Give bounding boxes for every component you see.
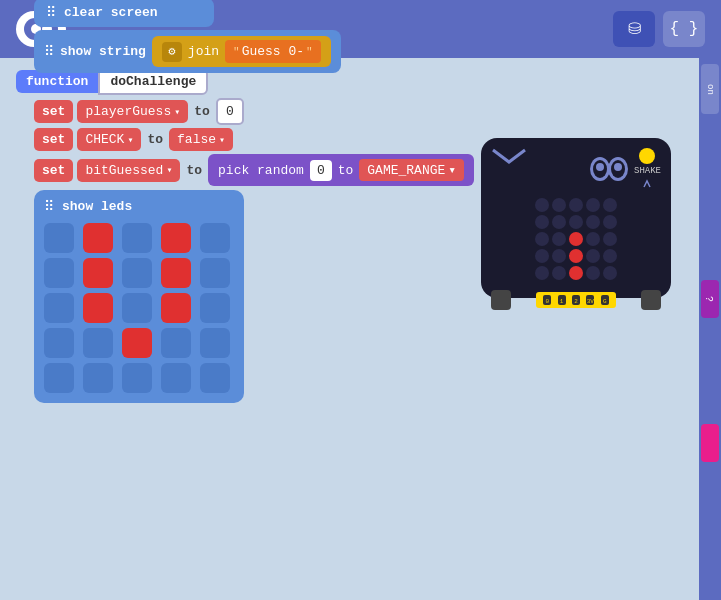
m-led-3-4	[603, 249, 617, 263]
false-label: false	[177, 132, 216, 147]
led-3-2[interactable]	[122, 328, 152, 358]
led-2-2[interactable]	[122, 293, 152, 323]
m-led-1-3	[586, 215, 600, 229]
m-led-4-3	[586, 266, 600, 280]
puzzle-button[interactable]: ⛁	[613, 11, 655, 47]
conn-pin-2: 2	[572, 295, 580, 305]
code-button[interactable]: { }	[663, 11, 705, 47]
clear-screen-label: clear screen	[64, 5, 158, 20]
check-value[interactable]: false ▾	[169, 128, 233, 151]
microbit-center: 0 1 2 3V G	[511, 292, 641, 308]
set-keyword-1: set	[34, 100, 73, 123]
function-do-challenge: function doChallenge set playerGuess ▾ t…	[16, 68, 474, 407]
m-led-0-3	[586, 198, 600, 212]
led-1-1[interactable]	[83, 258, 113, 288]
clear-screen-block[interactable]: ⠿ clear screen	[34, 0, 214, 27]
m-led-3-3	[586, 249, 600, 263]
conn-pin-1: 1	[558, 295, 566, 305]
led-3-4[interactable]	[200, 328, 230, 358]
string-value[interactable]: " Guess 0- "	[225, 40, 321, 63]
right-panel-pink-tab[interactable]	[701, 424, 719, 462]
microbit-led-area	[491, 198, 661, 280]
led-1-4[interactable]	[200, 258, 230, 288]
bit-guessed-arrow: ▾	[166, 164, 172, 176]
led-2-0[interactable]	[44, 293, 74, 323]
close-quote: "	[306, 46, 313, 58]
m-led-2-0	[535, 232, 549, 246]
canvas-area: function doChallenge set playerGuess ▾ t…	[0, 58, 721, 86]
led-0-3[interactable]	[161, 223, 191, 253]
led-2-1[interactable]	[83, 293, 113, 323]
clear-screen-grid-icon: ⠿	[46, 4, 56, 21]
microbit-connector: 0 1 2 3V G	[536, 292, 616, 308]
m-led-4-4	[603, 266, 617, 280]
microbit-button-b[interactable]	[641, 290, 661, 310]
led-3-3[interactable]	[161, 328, 191, 358]
show-leds-header: ⠿ show leds	[44, 198, 234, 215]
microbit-bottom: 0 1 2 3V G	[491, 290, 661, 310]
m-led-0-4	[603, 198, 617, 212]
m-led-2-1	[552, 232, 566, 246]
led-4-2[interactable]	[122, 363, 152, 393]
m-led-4-1	[552, 266, 566, 280]
game-range-var[interactable]: GAME_RANGE ▾	[359, 159, 464, 181]
game-range-arrow: ▾	[448, 162, 456, 178]
led-1-3[interactable]	[161, 258, 191, 288]
led-4-3[interactable]	[161, 363, 191, 393]
led-grid	[44, 223, 234, 393]
led-0-4[interactable]	[200, 223, 230, 253]
check-var[interactable]: CHECK ▾	[77, 128, 141, 151]
join-icon: ⚙	[162, 42, 182, 62]
header-buttons: ⛁ { }	[613, 11, 705, 47]
pick-from-value[interactable]: 0	[310, 160, 332, 181]
led-4-1[interactable]	[83, 363, 113, 393]
set-player-guess-block: set playerGuess ▾ to 0	[34, 98, 474, 125]
led-2-3[interactable]	[161, 293, 191, 323]
set-keyword-2: set	[34, 128, 73, 151]
led-0-0[interactable]	[44, 223, 74, 253]
function-show-message: function showMessage ⠿ clear screen ⠿ sh…	[16, 0, 341, 76]
right-panel-question: ?	[701, 280, 716, 318]
led-3-0[interactable]	[44, 328, 74, 358]
bit-guessed-var[interactable]: bitGuessed ▾	[77, 159, 180, 182]
set-check-block: set CHECK ▾ to false ▾	[34, 128, 474, 151]
guess-string: Guess 0-	[242, 44, 304, 59]
right-panel-purple-tab[interactable]: ?	[701, 280, 719, 318]
led-0-1[interactable]	[83, 223, 113, 253]
right-panel-on-tab[interactable]: on	[701, 64, 719, 114]
m-led-2-2	[569, 232, 583, 246]
conn-pin-3v: 3V	[586, 295, 594, 305]
led-1-2[interactable]	[122, 258, 152, 288]
set-keyword-3: set	[34, 159, 73, 182]
pick-to-label: to	[338, 163, 354, 178]
led-4-4[interactable]	[200, 363, 230, 393]
game-range-label: GAME_RANGE	[367, 163, 445, 178]
svg-point-4	[596, 163, 604, 171]
shake-icon	[641, 178, 653, 190]
led-1-0[interactable]	[44, 258, 74, 288]
m-led-0-2	[569, 198, 583, 212]
conn-pin-0: 0	[543, 295, 551, 305]
m-led-1-4	[603, 215, 617, 229]
m-led-1-0	[535, 215, 549, 229]
microbit-button-a[interactable]	[491, 290, 511, 310]
shake-area: SHAKE	[634, 148, 661, 190]
m-led-2-3	[586, 232, 600, 246]
join-label: join	[188, 44, 219, 59]
grid-icon: ⠿	[44, 198, 54, 215]
led-3-1[interactable]	[83, 328, 113, 358]
pick-random-label: pick random	[218, 163, 304, 178]
show-leds-block[interactable]: ⠿ show leds	[34, 190, 244, 403]
player-guess-value[interactable]: 0	[216, 98, 244, 125]
led-4-0[interactable]	[44, 363, 74, 393]
led-2-4[interactable]	[200, 293, 230, 323]
shake-label: SHAKE	[634, 166, 661, 176]
led-0-2[interactable]	[122, 223, 152, 253]
m-led-4-2	[569, 266, 583, 280]
microbit-top: SHAKE	[491, 148, 661, 190]
shake-button[interactable]	[639, 148, 655, 164]
show-string-block[interactable]: ⠿ show string ⚙ join " Guess 0- "	[34, 30, 341, 73]
show-string-label: show string	[60, 44, 146, 59]
microbit-smile-icon	[491, 148, 527, 183]
player-guess-var[interactable]: playerGuess ▾	[77, 100, 188, 123]
